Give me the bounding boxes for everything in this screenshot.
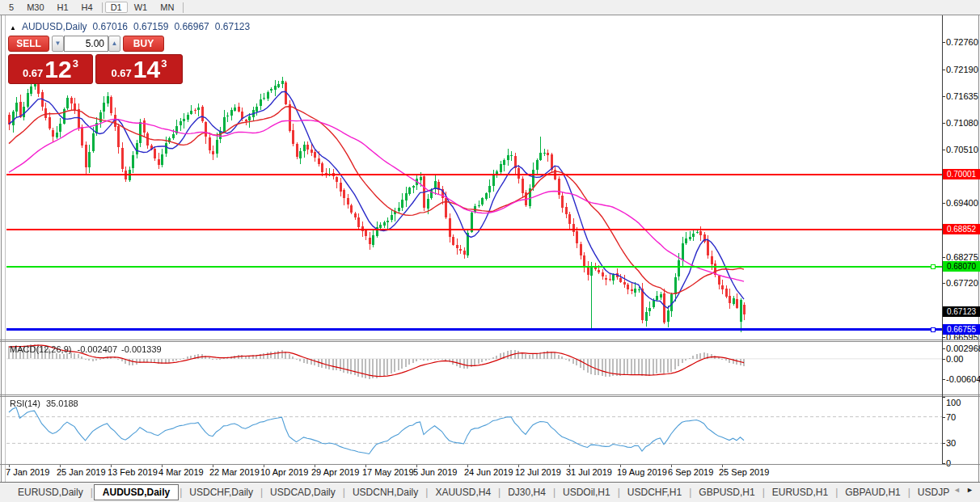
chart-tab-usdcnh-daily[interactable]: USDCNH,Daily <box>346 485 425 500</box>
resistance-line-0.68852[interactable] <box>6 229 942 230</box>
date-axis-label: 17 May 2019 <box>362 467 414 477</box>
tab-separator: | <box>260 487 263 498</box>
date-axis-label: 25 Sep 2019 <box>719 467 769 477</box>
separator-main-macd-top[interactable] <box>0 340 980 340</box>
tab-separator: | <box>835 487 838 498</box>
chart-tab-eurusd-daily[interactable]: EURUSD,Daily <box>11 485 90 500</box>
date-axis-label: 31 Jul 2019 <box>566 467 612 477</box>
price-axis-label: 0.72190 <box>946 65 978 74</box>
tab-separator: | <box>762 487 765 498</box>
chart-tab-audusd-daily[interactable]: AUDUSD,Daily <box>94 484 179 500</box>
price-axis-label: 0.68275 <box>946 252 978 262</box>
sell-price-display[interactable]: 0.67 12 3 <box>8 54 93 84</box>
buy-price-sup: 3 <box>161 57 167 70</box>
terminal-window: 5M30H1H4D1W1MN ▲AUDUSD,Daily0.670160.671… <box>0 0 980 502</box>
buy-price-display[interactable]: 0.67 14 3 <box>95 54 183 84</box>
chart-title: ▲AUDUSD,Daily0.670160.671590.669670.6712… <box>10 21 250 32</box>
tab-separator: | <box>425 487 428 498</box>
volume-decrease-button[interactable]: ▼ <box>52 36 64 52</box>
chart-tab-xauusd-h4[interactable]: XAUUSD,H4 <box>429 485 497 500</box>
price-axis-label: 0.70510 <box>946 145 978 154</box>
separator-rsi-dates <box>0 464 980 465</box>
rsi-axis-label: 100 <box>946 398 961 407</box>
sell-button[interactable]: SELL <box>8 36 49 52</box>
tabs-scroll-left-button[interactable]: ◄ <box>953 486 961 494</box>
window-right-border <box>978 15 979 482</box>
chart-tab-eurusd-h1[interactable]: EURUSD,H1 <box>766 485 834 500</box>
price-badge: 0.66755 <box>943 324 980 335</box>
buy-price-int: 0.67 <box>112 67 132 79</box>
date-axis-label: 22 Mar 2019 <box>209 467 260 477</box>
timeframe-button-mn[interactable]: MN <box>154 2 180 13</box>
quote-open: 0.67016 <box>93 21 128 32</box>
window-left-inner-border <box>5 15 6 482</box>
timeframe-toolbar: 5M30H1H4D1W1MN <box>0 0 980 15</box>
macd-axis-label: -0.006047 <box>946 374 980 384</box>
chart-tab-dj30-h4[interactable]: DJ30,H4 <box>501 485 552 500</box>
tab-separator: | <box>908 487 910 498</box>
price-badge: 0.70001 <box>943 169 980 179</box>
tabs-scroll-right-button[interactable]: ► <box>966 486 974 494</box>
timeframe-button-5[interactable]: 5 <box>2 2 20 13</box>
price-axis-line[interactable] <box>942 15 943 464</box>
date-axis-label: 5 Jun 2019 <box>413 467 457 477</box>
chart-tab-usdchf-h1[interactable]: USDCHF,H1 <box>621 485 688 500</box>
timeframe-button-w1[interactable]: W1 <box>128 2 154 13</box>
buy-price-pips: 14 <box>133 56 160 83</box>
timeframe-button-d1[interactable]: D1 <box>105 2 128 13</box>
quote-close: 0.67123 <box>215 21 250 32</box>
rsi-name: RSI(14) <box>10 399 40 408</box>
price-axis-label: 0.71635 <box>946 91 978 101</box>
date-axis-label: 7 Jan 2019 <box>6 467 49 477</box>
tab-separator: | <box>498 487 501 498</box>
quote-high: 0.67159 <box>133 21 168 32</box>
chart-tab-usdoil-h1[interactable]: USDOil,H1 <box>556 485 617 500</box>
quote-low: 0.66967 <box>174 21 209 32</box>
macd-axis-label: 0.00 <box>946 354 963 364</box>
buy-button[interactable]: BUY <box>123 36 164 52</box>
chart-tab-bar: EURUSD,Daily|AUDUSD,Daily|USDCHF,Daily|U… <box>0 482 980 502</box>
volume-increase-button[interactable]: ▲ <box>108 36 120 52</box>
date-axis-label: 19 Aug 2019 <box>617 467 667 477</box>
price-badge: 0.68852 <box>943 224 980 234</box>
macd-value-main: -0.002407 <box>77 344 117 354</box>
separator-macd-rsi-top[interactable] <box>0 394 980 395</box>
timeframe-button-m30[interactable]: M30 <box>20 2 50 13</box>
spin-down-icon: ▼ <box>55 40 61 47</box>
date-axis-label: 4 Mar 2019 <box>158 467 204 477</box>
date-axis-label: 6 Sep 2019 <box>668 467 713 477</box>
rsi-axis-label: 70 <box>946 412 956 422</box>
support-line-0.66755[interactable] <box>6 328 942 331</box>
window-left-border <box>1 15 2 482</box>
one-click-trading-panel: SELL ▼ ▲ BUY 0.67 12 3 0.67 14 3 <box>8 36 183 84</box>
support-line-0.68070[interactable] <box>6 266 942 268</box>
macd-axis-label: 0.002968 <box>946 344 980 353</box>
rsi-indicator-chart[interactable] <box>6 397 942 463</box>
timeframe-button-h4[interactable]: H4 <box>75 2 99 13</box>
chart-tab-gbpaud-h1[interactable]: GBPAUD,H1 <box>838 485 906 500</box>
price-axis-label: 0.71080 <box>946 118 978 128</box>
rsi-axis-label: 30 <box>946 438 956 448</box>
sell-price-int: 0.67 <box>23 67 43 79</box>
timeframe-button-h1[interactable]: H1 <box>51 2 75 13</box>
one-click-collapse-icon[interactable]: ▲ <box>10 24 16 32</box>
macd-value-signal: -0.001339 <box>121 344 162 354</box>
resistance-line-0.70001[interactable] <box>6 174 942 175</box>
toolbar-divider <box>183 2 184 13</box>
chart-tab-gbpusd-h1[interactable]: GBPUSD,H1 <box>692 485 761 500</box>
sell-price-sup: 3 <box>73 57 78 70</box>
volume-input[interactable] <box>64 36 108 52</box>
tab-separator: | <box>553 487 555 498</box>
chart-tab-usdchf-daily[interactable]: USDCHF,Daily <box>183 485 260 500</box>
date-axis-label: 12 Jul 2019 <box>515 467 561 477</box>
chart-tab-usdcad-daily[interactable]: USDCAD,Daily <box>264 485 342 500</box>
chart-tab-usdjp[interactable]: USDJP <box>911 485 956 500</box>
price-badge: 0.67123 <box>943 306 980 317</box>
line-handle[interactable] <box>931 264 936 269</box>
macd-name: MACD(12,26,9) <box>10 344 71 354</box>
price-axis-label: 0.69400 <box>946 198 978 208</box>
chart-symbol-label: AUDUSD,Daily <box>22 21 87 32</box>
sell-price-pips: 12 <box>44 56 71 83</box>
line-handle[interactable] <box>931 327 936 332</box>
date-axis-label: 13 Feb 2019 <box>108 467 158 477</box>
